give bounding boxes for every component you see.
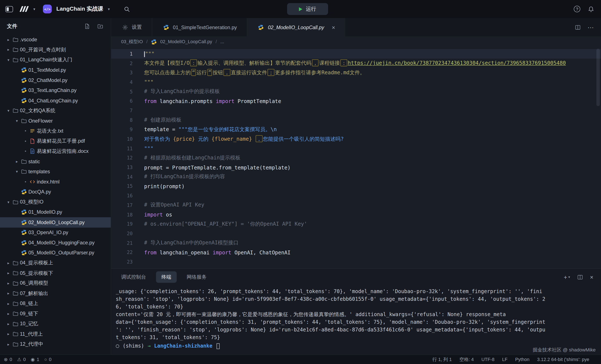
python-file-icon — [20, 250, 28, 256]
panel-tab-网络服务[interactable]: 网络服务 — [187, 271, 207, 283]
tree-item-01_TextModel.py[interactable]: 01_TextModel.py — [0, 65, 111, 75]
editor-scrollbar[interactable] — [596, 49, 600, 106]
tree-item-05_ModelIO_OutputParser.py[interactable]: 05_ModelIO_OutputParser.py — [0, 248, 111, 258]
tree-item-templates[interactable]: ▾templates — [0, 167, 111, 177]
tree-item-05_提示模板下[interactable]: ▸05_提示模板下 — [0, 268, 111, 278]
new-terminal-button[interactable]: + ▾ — [564, 274, 570, 280]
breadcrumb-item[interactable]: 02_ModelIO_LoopCall.py — [160, 39, 212, 44]
tree-item-02_ChatModel.py[interactable]: 02_ChatModel.py — [0, 75, 111, 85]
tree-item-03_TextLangChain.py[interactable]: 03_TextLangChain.py — [0, 85, 111, 96]
tree-item-index.html[interactable]: index.html — [0, 177, 111, 187]
panel-tab-调试控制台[interactable]: 调试控制台 — [121, 271, 146, 283]
terminal-prompt[interactable]: (shims) → LangChain-shizhanke — [116, 342, 598, 350]
tree-item-09_链下[interactable]: ▸09_链下 — [0, 309, 111, 319]
chevron-down-icon[interactable]: ▾ — [33, 7, 35, 11]
status-item[interactable]: UTF-8 — [481, 357, 494, 362]
tree-item-00_开篇词_奇点时刻[interactable]: ▸00_开篇词_奇点时刻 — [0, 45, 111, 55]
tree-item-03_OpenAI_IO.py[interactable]: 03_OpenAI_IO.py — [0, 227, 111, 237]
tree-item-DocQA.py[interactable]: DocQA.py — [0, 187, 111, 197]
explorer-header: 文件 — [0, 18, 111, 34]
terminal-line: data={'token_usage': {'completion_tokens… — [116, 318, 598, 326]
new-file-icon[interactable] — [83, 23, 91, 29]
code-line-7: 7 — [111, 106, 601, 115]
project-name[interactable]: LangChain 实战课 — [56, 5, 103, 13]
chevron-down-icon[interactable]: ▾ — [108, 7, 110, 11]
run-button[interactable]: 运行 — [287, 3, 328, 15]
status-indicator-empty[interactable]: ○0 — [44, 357, 51, 362]
tree-item-.vscode[interactable]: ▸.vscode — [0, 34, 111, 45]
tree-item-12_代理中[interactable]: ▸12_代理中 — [0, 339, 111, 349]
python-file-icon — [20, 230, 28, 236]
breadcrumb-item[interactable]: ... — [220, 39, 224, 44]
tree-item-04_ModelIO_HuggingFace.py[interactable]: 04_ModelIO_HuggingFace.py — [0, 237, 111, 248]
tree-item-label: 11_代理上 — [20, 331, 43, 337]
status-item[interactable]: 空格: 4 — [459, 356, 474, 363]
tree-item-花语大全.txt[interactable]: 花语大全.txt — [0, 126, 111, 136]
folder-icon — [11, 270, 19, 276]
docx-file-icon — [28, 148, 36, 154]
code-editor[interactable]: 1"""2本文件是【模型I/O：输入提示、调用模型、解析输出】章节的配套代码，课… — [111, 47, 601, 268]
tree-item-02_文档QA系统[interactable]: ▾02_文档QA系统 — [0, 106, 111, 116]
editor-tab-01_SimpleTextGeneration.py[interactable]: 01_SimpleTextGeneration.py — [152, 18, 247, 36]
tree-item-10_记忆[interactable]: ▸10_记忆 — [0, 319, 111, 329]
tree-item-03_模型IO[interactable]: ▾03_模型IO — [0, 197, 111, 207]
terminal[interactable]: _usage: {'completion_tokens': 26, 'promp… — [116, 288, 598, 350]
python-file-icon — [20, 98, 28, 103]
split-editor-icon[interactable] — [574, 24, 581, 30]
tree-item-06_调用模型[interactable]: ▸06_调用模型 — [0, 278, 111, 288]
tree-item-label: 08_链上 — [20, 300, 38, 307]
close-panel-icon[interactable]: × — [590, 274, 593, 280]
new-folder-icon[interactable] — [96, 23, 104, 29]
tree-item-07_解析输出[interactable]: ▸07_解析输出 — [0, 288, 111, 299]
tree-item-01_ModelIO.py[interactable]: 01_ModelIO.py — [0, 207, 111, 217]
tree-item-01_LangChain快速入门[interactable]: ▾01_LangChain快速入门 — [0, 55, 111, 65]
status-errors[interactable]: ⊗0 — [4, 357, 12, 362]
chevron-right-icon: ▸ — [5, 281, 11, 285]
sidebar-toggle-icon[interactable] — [5, 6, 13, 12]
line-number: 2 — [111, 60, 133, 66]
tree-item-02_ModelIO_LoopCall.py[interactable]: 02_ModelIO_LoopCall.py — [0, 217, 111, 227]
tree-item-易速鲜花运营指南.docx[interactable]: 易速鲜花运营指南.docx — [0, 146, 111, 157]
code-line-10: 10对于售价为 {price} 元的 {flower_name} ，您能提供一个… — [111, 134, 601, 143]
folder-icon — [11, 260, 19, 266]
help-icon[interactable]: ? — [574, 6, 580, 12]
status-warnings[interactable]: ⚠0 — [17, 357, 26, 362]
tree-item-label: 02_文档QA系统 — [20, 107, 55, 114]
code-line-19: 19# os.environ["OPENAI_API_KEY"] = '你的Op… — [111, 219, 601, 229]
tree-item-label: 12_代理中 — [20, 341, 43, 348]
code-line-13: 13prompt = PromptTemplate.from_template(… — [111, 163, 601, 172]
search-icon[interactable] — [123, 6, 130, 12]
status-indicator-filled[interactable]: ◉1 — [31, 357, 39, 362]
tree-item-label: 04_提示模板上 — [20, 259, 53, 266]
editor-tab-02_ModelIO_LoopCall.py[interactable]: 02_ModelIO_LoopCall.py× — [247, 18, 346, 36]
warning-icon: ⚠ — [17, 357, 21, 362]
code-line-8: 8# 创建原始模板 — [111, 115, 601, 125]
tree-item-08_链上[interactable]: ▸08_链上 — [0, 298, 111, 309]
tree-item-04_ChatLongChain.py[interactable]: 04_ChatLongChain.py — [0, 95, 111, 106]
status-item[interactable]: 行 1, 列 1 — [432, 356, 452, 363]
line-number: 7 — [111, 108, 133, 113]
bell-icon[interactable] — [588, 6, 594, 12]
tree-item-label: 易速鲜花员工手册.pdf — [37, 138, 85, 145]
tree-item-11_代理上[interactable]: ▸11_代理上 — [0, 329, 111, 339]
folder-icon — [11, 199, 19, 205]
breadcrumb-item[interactable]: 03_模型IO — [121, 39, 143, 45]
status-item[interactable]: Python — [515, 357, 530, 362]
more-actions-icon[interactable]: ⋯ — [588, 24, 594, 31]
tree-item-04_提示模板上[interactable]: ▸04_提示模板上 — [0, 258, 111, 268]
code-line-16: 16 — [111, 191, 601, 200]
app-logo-icon[interactable] — [21, 6, 29, 12]
tree-item-OneFlower[interactable]: ▾OneFlower — [0, 116, 111, 126]
close-tab-icon[interactable]: × — [332, 24, 335, 30]
panel-tab-终端[interactable]: 终端 — [156, 271, 177, 283]
status-item[interactable]: LF — [502, 357, 508, 362]
status-bar: ⊗0⚠0◉1○0 行 1, 列 1空格: 4UTF-8LFPython3.12.… — [0, 354, 601, 364]
split-panel-icon[interactable] — [576, 274, 584, 280]
line-number: 10 — [111, 136, 133, 142]
tree-item-易速鲜花员工手册.pdf[interactable]: 易速鲜花员工手册.pdf — [0, 136, 111, 146]
editor-tab-设置[interactable]: 设置 — [111, 18, 152, 36]
tree-item-static[interactable]: ▸static — [0, 156, 111, 167]
error-icon: ⊗ — [4, 357, 8, 362]
tree-item-label: 04_ModelIO_HuggingFace.py — [28, 240, 95, 246]
status-item[interactable]: 3.12.2 64-bit ('shims': pye — [537, 357, 589, 362]
